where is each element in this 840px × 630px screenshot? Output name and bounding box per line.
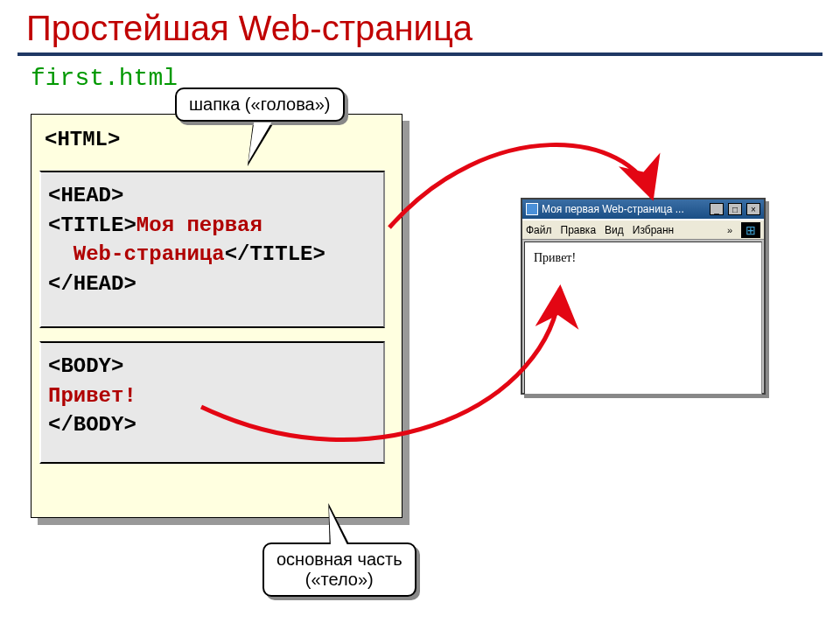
browser-window: Моя первая Web-страница ... _ □ × Файл П… — [521, 198, 766, 395]
ie-logo-icon: ⊞ — [741, 222, 760, 238]
code-title-close: </TITLE> — [225, 242, 326, 266]
menu-edit[interactable]: Правка — [561, 224, 597, 236]
callout-head: шапка («голова») — [175, 88, 345, 122]
menu-file[interactable]: Файл — [526, 224, 552, 236]
code-html-open: <HTML> — [45, 128, 120, 151]
menu-overflow-icon[interactable]: » — [727, 225, 732, 235]
callout-body-line1: основная часть — [276, 550, 402, 569]
browser-content: Привет! — [524, 242, 762, 395]
minimize-button[interactable]: _ — [710, 203, 724, 215]
code-title-open: <TITLE> — [48, 214, 136, 237]
browser-window-title: Моя первая Web-страница ... — [542, 203, 705, 215]
menu-fav[interactable]: Избранн — [633, 224, 674, 236]
head-block: <HEAD> <TITLE>Моя первая Web-страница</T… — [39, 171, 385, 328]
browser-menubar: Файл Правка Вид Избранн » ⊞ — [522, 219, 764, 240]
maximize-button[interactable]: □ — [728, 203, 742, 215]
code-title-text1: Моя первая — [136, 214, 262, 237]
menu-view[interactable]: Вид — [605, 224, 624, 236]
title-rule — [18, 52, 822, 56]
callout-body-line2: («тело») — [305, 570, 374, 589]
code-head-open: <HEAD> — [48, 184, 123, 207]
browser-titlebar: Моя первая Web-страница ... _ □ × — [522, 200, 764, 219]
code-body-open: <BODY> — [48, 354, 123, 378]
code-head-close: </HEAD> — [48, 272, 136, 296]
callout-body: основная часть («тело») — [262, 542, 416, 597]
code-body-close: </BODY> — [48, 413, 136, 437]
ie-icon — [526, 203, 538, 215]
code-title-text2: Web-страница — [74, 242, 225, 266]
body-block: <BODY> Привет! </BODY> — [39, 341, 385, 464]
close-button[interactable]: × — [746, 203, 760, 215]
code-body-text: Привет! — [48, 384, 136, 408]
slide-title: Простейшая Web-страница — [0, 0, 840, 52]
filename-label: first.html — [0, 65, 840, 92]
